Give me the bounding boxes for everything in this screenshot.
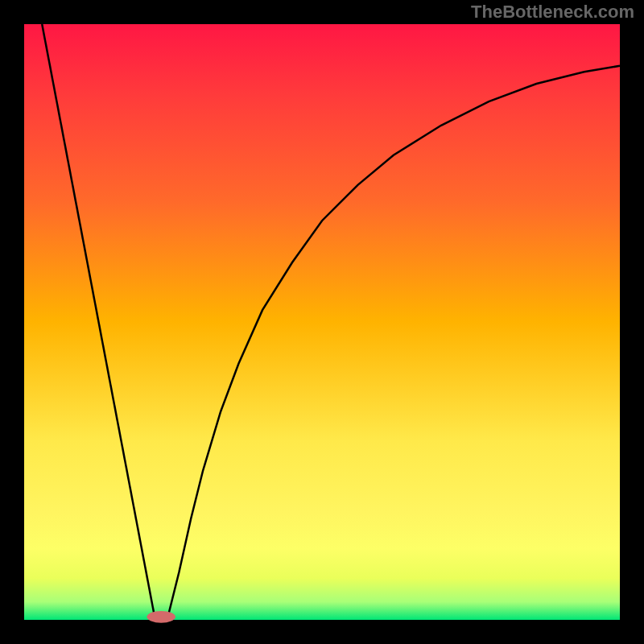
bottleneck-chart <box>0 0 644 644</box>
optimal-point-marker <box>147 611 175 623</box>
watermark-text: TheBottleneck.com <box>471 2 634 23</box>
plot-area <box>24 24 620 620</box>
